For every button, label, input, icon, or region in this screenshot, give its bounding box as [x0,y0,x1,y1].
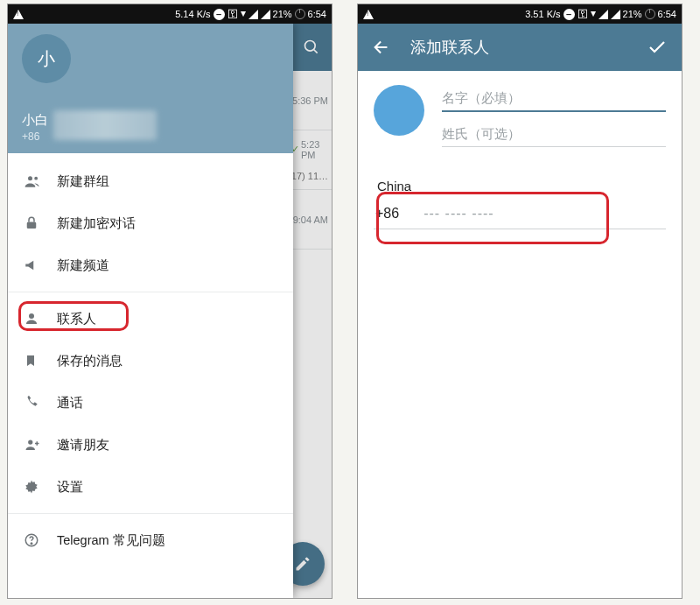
signal-icon [248,10,258,19]
menu-saved-messages[interactable]: 保存的消息 [8,340,293,382]
dnd-icon: – [564,9,575,20]
menu-invite-friends[interactable]: 邀请朋友 [8,424,293,466]
avatar-initial: 小 [38,47,55,71]
signal-icon [611,10,620,19]
page-title: 添加联系人 [410,37,627,58]
appbar: 添加联系人 [358,24,682,71]
menu-new-channel[interactable]: 新建频道 [8,244,293,286]
clock-time: 6:54 [658,9,676,19]
svg-point-9 [31,543,32,545]
drawer-header[interactable]: 小 小白 +86 [8,24,293,153]
phone-left: 5.14 K/s – ⚿ ▾ 21% 6:54 5:36 PM ✓ 5:23 P [7,4,332,599]
person-icon [24,311,57,327]
menu-settings[interactable]: 设置 [8,466,293,508]
phone-number-field[interactable]: --- ---- ---- [424,206,494,222]
menu-faq[interactable]: Telegram 常见问题 [8,519,293,561]
wifi-icon: ▾ [241,7,246,19]
chat-list-screen: 5:36 PM ✓ 5:23 PM )17) 11… 9:04 AM 小 小白 [8,24,332,598]
menu-label: 保存的消息 [57,353,122,369]
menu-new-group[interactable]: 新建群组 [8,160,293,202]
menu-label: 新建群组 [57,173,109,190]
net-speed: 3.51 K/s [525,9,560,19]
country-selector[interactable]: China [374,179,666,193]
menu-label: 联系人 [57,311,96,327]
svg-point-6 [28,440,32,444]
menu-contacts[interactable]: 联系人 [8,298,293,340]
add-contact-screen: 添加联系人 China +86 --- ---- ---- [358,24,682,598]
menu-label: 通话 [57,395,83,412]
clock-icon [645,9,655,19]
phone-code[interactable]: +86 [375,206,399,222]
arrow-left-icon [372,38,391,57]
menu-label: 邀请朋友 [57,437,109,454]
dnd-icon: – [214,9,225,20]
lock-icon [24,215,57,231]
battery-percent: 21% [273,9,292,19]
bookmark-icon [24,353,57,369]
alert-icon [363,10,374,19]
menu-label: 设置 [57,479,83,496]
svg-rect-4 [27,222,37,229]
nav-drawer: 小 小白 +86 新建群组 [8,24,293,598]
menu-label: Telegram 常见问题 [57,532,165,549]
svg-point-2 [28,176,32,180]
clock-icon [295,9,305,19]
status-bar: 5.14 K/s – ⚿ ▾ 21% 6:54 [8,4,332,24]
divider [8,292,293,292]
avatar-placeholder[interactable] [374,85,424,136]
clock-time: 6:54 [308,9,326,19]
vpn-key-icon: ⚿ [578,8,588,20]
megaphone-icon [24,257,57,273]
confirm-button[interactable] [641,33,673,61]
signal-icon [598,10,608,19]
first-name-field[interactable] [442,87,666,112]
divider [8,513,293,514]
person-add-icon [24,437,57,453]
avatar[interactable]: 小 [22,34,71,83]
drawer-menu: 新建群组 新建加密对话 新建频道 [8,153,293,598]
menu-new-secret-chat[interactable]: 新建加密对话 [8,202,293,244]
signal-icon [261,10,270,19]
status-bar: 3.51 K/s – ⚿ ▾ 21% 6:54 [358,4,682,24]
battery-percent: 21% [623,9,642,19]
gear-icon [24,479,57,495]
drawer-scrim[interactable] [293,24,332,598]
vpn-key-icon: ⚿ [228,8,238,20]
phone-right: 3.51 K/s – ⚿ ▾ 21% 6:54 添加联系人 [357,4,682,599]
menu-calls[interactable]: 通话 [8,382,293,424]
contact-form: China +86 --- ---- ---- [358,71,682,229]
redaction-blur [53,110,157,140]
svg-point-5 [29,313,34,319]
help-icon [24,532,57,548]
back-button[interactable] [367,34,396,60]
check-icon [647,37,668,58]
alert-icon [13,10,24,19]
last-name-field[interactable] [442,123,666,147]
menu-label: 新建加密对话 [57,215,136,232]
net-speed: 5.14 K/s [175,9,210,19]
menu-label: 新建频道 [57,257,109,274]
group-icon [24,172,57,190]
svg-point-3 [34,177,38,180]
phone-row: +86 --- ---- ---- [374,202,666,229]
wifi-icon: ▾ [591,7,596,19]
phone-icon [24,395,57,411]
